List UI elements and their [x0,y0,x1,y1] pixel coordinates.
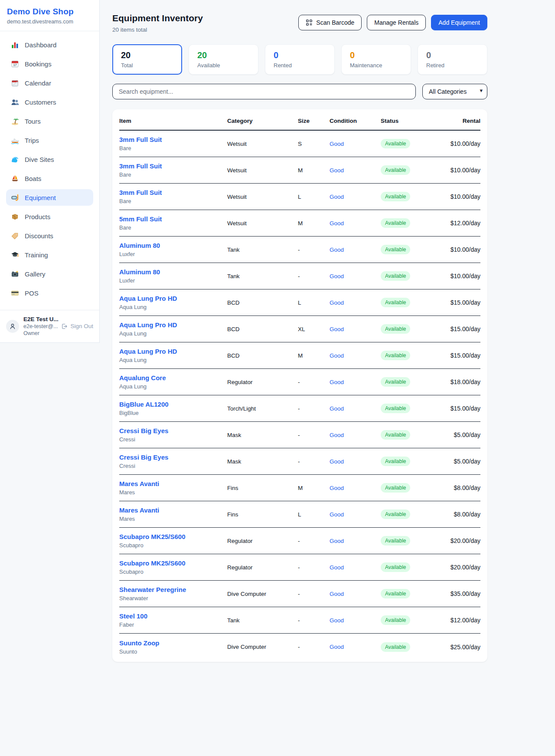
sign-out-button[interactable]: Sign Out [61,323,93,330]
status-badge: Available [381,642,410,652]
item-condition-link[interactable]: Good [330,591,344,597]
stat-card-available[interactable]: 20 Available [189,44,258,75]
item-name-link[interactable]: Steel 100 [119,612,147,620]
item-name-link[interactable]: Aluminum 80 [119,268,160,276]
item-name-link[interactable]: Scubapro MK25/S600 [119,559,186,567]
item-condition-link[interactable]: Good [330,432,344,438]
item-condition-link[interactable]: Good [330,220,344,227]
item-name-link[interactable]: 3mm Full Suit [119,162,162,170]
item-name-link[interactable]: Suunto Zoop [119,639,159,647]
status-badge: Available [381,351,410,360]
item-size: - [298,405,330,412]
sidebar-item-bookings[interactable]: Bookings [6,56,93,72]
item-size: - [298,273,330,279]
item-condition-link[interactable]: Good [330,379,344,385]
sidebar-item-dashboard[interactable]: Dashboard [6,36,93,53]
item-condition-link[interactable]: Good [330,299,344,306]
sign-out-label: Sign Out [70,323,93,329]
column-header-rental: Rental [433,109,480,130]
stat-card-total[interactable]: 20 Total [112,44,182,75]
sidebar-item-tours[interactable]: Tours [6,113,93,129]
status-badge: Available [381,536,410,546]
item-name-link[interactable]: Cressi Big Eyes [119,427,168,434]
item-name-link[interactable]: Shearwater Peregrine [119,586,186,593]
item-name-link[interactable]: Aqua Lung Pro HD [119,295,177,302]
scan-barcode-button[interactable]: Scan Barcode [298,15,362,30]
sidebar-item-label: Dive Sites [25,156,54,163]
item-condition-link[interactable]: Good [330,458,344,465]
item-name-link[interactable]: Aluminum 80 [119,242,160,249]
stat-card-retired[interactable]: 0 Retired [418,44,487,75]
item-size: M [298,485,330,491]
stat-label: Available [197,62,250,69]
sidebar-item-pos[interactable]: POS [6,285,93,301]
item-name-link[interactable]: Cressi Big Eyes [119,454,168,461]
item-rental: $10.00/day [433,193,480,200]
sidebar-item-calendar[interactable]: Calendar [6,75,93,91]
item-condition-link[interactable]: Good [330,644,344,650]
item-brand: Scubapro [119,542,227,549]
user-role: Owner [23,330,56,336]
table-row: 3mm Full Suit Bare Wetsuit L Good Availa… [119,184,480,210]
item-condition-link[interactable]: Good [330,405,344,412]
add-equipment-button[interactable]: Add Equipment [431,15,487,30]
item-category: Tank [227,617,298,624]
item-brand: Bare [119,171,227,178]
item-category: Wetsuit [227,167,298,174]
item-category: Wetsuit [227,194,298,200]
sidebar-item-discounts[interactable]: Discounts [6,227,93,244]
sidebar-item-dive-sites[interactable]: Dive Sites [6,151,93,168]
brand-title[interactable]: Demo Dive Shop [7,7,92,16]
item-condition-link[interactable]: Good [330,352,344,359]
category-select[interactable]: All Categories ▾ [422,84,487,99]
item-name-link[interactable]: BigBlue AL1200 [119,401,169,408]
sidebar-item-gallery[interactable]: Gallery [6,266,93,282]
item-brand: Shearwater [119,595,227,602]
item-condition-link[interactable]: Good [330,511,344,518]
table-row: Suunto Zoop Suunto Dive Computer - Good … [119,634,480,660]
item-name-link[interactable]: Aqualung Core [119,374,166,381]
item-condition-link[interactable]: Good [330,564,344,571]
item-size: L [298,194,330,200]
item-condition-link[interactable]: Good [330,194,344,200]
sidebar-item-trips[interactable]: Trips [6,132,93,148]
item-name-link[interactable]: Mares Avanti [119,506,159,514]
item-condition-link[interactable]: Good [330,485,344,491]
item-condition-link[interactable]: Good [330,167,344,174]
category-select-input[interactable]: All Categories [422,84,487,99]
item-category: Tank [227,247,298,253]
item-condition-link[interactable]: Good [330,273,344,279]
bookings-icon [11,60,19,68]
column-header-size: Size [298,109,330,130]
stat-label: Total [121,62,173,69]
stat-label: Retired [426,62,479,69]
stat-label: Rented [274,62,326,69]
sidebar-item-customers[interactable]: Customers [6,94,93,110]
stat-card-rented[interactable]: 0 Rented [265,44,335,75]
item-name-link[interactable]: 3mm Full Suit [119,189,162,196]
stat-card-maintenance[interactable]: 0 Maintenance [341,44,411,75]
table-row: Aqua Lung Pro HD Aqua Lung BCD XL Good A… [119,316,480,342]
items-total-count: 20 items total [112,26,203,33]
item-name-link[interactable]: Aqua Lung Pro HD [119,348,177,355]
item-category: Wetsuit [227,141,298,147]
item-name-link[interactable]: Aqua Lung Pro HD [119,321,177,329]
sidebar-item-products[interactable]: Products [6,208,93,225]
sidebar-item-equipment[interactable]: Equipment [6,189,93,206]
item-condition-link[interactable]: Good [330,326,344,332]
item-name-link[interactable]: 5mm Full Suit [119,215,162,223]
item-condition-link[interactable]: Good [330,141,344,147]
table-row: 5mm Full Suit Bare Wetsuit M Good Availa… [119,210,480,237]
manage-rentals-button[interactable]: Manage Rentals [367,15,426,30]
item-name-link[interactable]: 3mm Full Suit [119,136,162,143]
item-name-link[interactable]: Mares Avanti [119,480,159,487]
item-condition-link[interactable]: Good [330,617,344,624]
item-condition-link[interactable]: Good [330,538,344,544]
sidebar-item-training[interactable]: Training [6,247,93,263]
search-input[interactable] [112,84,416,99]
sidebar-item-boats[interactable]: Boats [6,170,93,187]
item-rental: $10.00/day [433,246,480,253]
item-brand: Bare [119,145,227,151]
item-name-link[interactable]: Scubapro MK25/S600 [119,533,186,540]
item-condition-link[interactable]: Good [330,247,344,253]
